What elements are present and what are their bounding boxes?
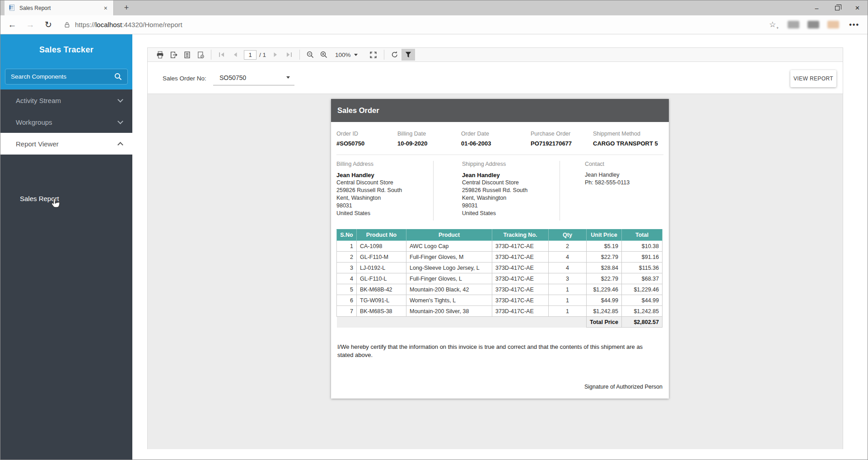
sidebar-item-report-viewer[interactable]: Report Viewer	[0, 133, 132, 155]
sidebar-subitem-sales-report[interactable]: Sales Report	[0, 187, 132, 210]
browser-tab[interactable]: Sales Report ×	[5, 0, 114, 15]
next-page-button[interactable]	[269, 49, 282, 61]
tab-title: Sales Report	[19, 5, 103, 11]
report-title: Sales Order	[337, 106, 379, 115]
report-page-area[interactable]: Sales Order Order ID#SO50750 Billing Dat…	[148, 94, 843, 449]
report-title-band: Sales Order	[331, 99, 669, 122]
search-input[interactable]: Search Components	[11, 73, 114, 80]
app-sidebar: Sales Tracker Search Components Activity…	[0, 34, 132, 460]
restore-icon	[835, 6, 840, 10]
chevron-down-icon	[117, 118, 123, 124]
table-row: 6TG-W091-LWomen's Tights, L373D-417C-AE1…	[337, 295, 663, 306]
total-price-label: Total Price	[587, 317, 622, 328]
favorites-star-icon[interactable]: ☆	[769, 20, 776, 29]
shipping-address: Shipping Address Jean Handley Central Di…	[462, 161, 527, 217]
address-divider	[560, 161, 560, 221]
app-title: Sales Tracker	[0, 45, 132, 55]
zoom-level-value: 100%	[335, 52, 351, 58]
close-button[interactable]: ×	[847, 0, 868, 15]
table-row: 3LJ-0192-LLong-Sleeve Logo Jersey, L373D…	[337, 263, 663, 273]
zoom-out-button[interactable]	[303, 49, 317, 61]
toolbar-separator	[211, 50, 211, 60]
address-divider	[433, 161, 434, 221]
certification-text: I/We hereby certify that the information…	[337, 343, 657, 359]
browser-window: Sales Report × + – × ← → ↻ https://local…	[0, 0, 868, 460]
window-controls: – ×	[807, 0, 868, 15]
table-row: 2GL-F110-MFull-Finger Gloves, M373D-417C…	[337, 252, 663, 263]
fit-to-page-button[interactable]	[367, 49, 380, 61]
previous-page-button[interactable]	[229, 49, 242, 61]
refresh-button[interactable]: ↻	[39, 19, 57, 30]
purchase-order-field: Purchase OrderPO7192170677	[531, 131, 572, 147]
table-row: 1CA-1098AWC Logo Cap373D-417C-AE2$5.19$1…	[337, 241, 663, 252]
table-row: 7BK-M68S-38Mountain-200 Silver, 38373D-4…	[337, 306, 663, 317]
toolbar-separator	[384, 50, 384, 60]
search-icon	[114, 73, 122, 80]
table-row: 4GL-F110-LFull-Finger Gloves, L373D-417C…	[337, 273, 663, 284]
browser-address-bar: ← → ↻ https://localhost:44320/Home/repor…	[0, 15, 868, 34]
print-button[interactable]	[153, 49, 167, 61]
extension-icon[interactable]	[807, 21, 819, 28]
zoom-in-button[interactable]	[317, 49, 331, 61]
sales-order-dropdown[interactable]: SO50750	[213, 70, 294, 85]
back-button[interactable]: ←	[3, 20, 21, 30]
mouse-cursor-hand	[50, 198, 61, 210]
order-date-field: Order Date01-06-2003	[461, 131, 491, 147]
page-total-label: / 1	[259, 52, 266, 58]
report-page: Sales Order Order ID#SO50750 Billing Dat…	[331, 99, 669, 399]
sidebar-item-activity-stream[interactable]: Activity Stream	[0, 89, 132, 111]
shipment-method-field: Shippment MethodCARGO TRANSPORT 5	[593, 131, 658, 147]
url-text: https://localhost:44320/Home/report	[75, 21, 182, 28]
table-row: 5BK-M68B-42Mountain-200 Black, 42373D-41…	[337, 284, 663, 295]
page-number-input[interactable]	[244, 50, 257, 60]
last-page-button[interactable]	[282, 49, 296, 61]
parameters-filter-button[interactable]	[401, 49, 415, 61]
order-id-field: Order ID#SO50750	[336, 131, 364, 147]
zoom-dropdown-caret-icon[interactable]	[354, 54, 358, 56]
billing-address: Billing Address Jean Handley Central Dis…	[336, 161, 402, 217]
page-setup-button[interactable]	[180, 49, 194, 61]
print-layout-button[interactable]	[194, 49, 207, 61]
total-price-value: $2,802.57	[622, 317, 663, 328]
minimize-button[interactable]: –	[807, 0, 827, 15]
search-components-box[interactable]: Search Components	[5, 69, 128, 84]
table-total-row: Total Price $2,802.57	[337, 317, 663, 328]
chevron-up-icon	[117, 142, 123, 148]
forward-button[interactable]: →	[21, 20, 39, 30]
toolbar-separator	[299, 50, 300, 60]
browser-menu-icon[interactable]: •••	[849, 21, 859, 29]
main-content: / 1 100%	[132, 34, 868, 460]
browser-tab-bar: Sales Report × + – ×	[0, 0, 868, 15]
restore-button[interactable]	[827, 0, 847, 15]
chevron-down-icon	[117, 97, 123, 103]
report-viewer: / 1 100%	[147, 47, 843, 449]
filter-funnel-icon	[405, 51, 412, 58]
billing-date-field: Billing Date10-09-2020	[397, 131, 428, 147]
order-info-section: Order ID#SO50750 Billing Date10-09-2020 …	[336, 131, 663, 155]
lock-icon	[64, 21, 70, 28]
order-items-table: S.NoProduct NoProductTracking No.QtyUnit…	[336, 229, 663, 328]
table-header-row: S.NoProduct NoProductTracking No.QtyUnit…	[337, 230, 663, 241]
first-page-button[interactable]	[215, 49, 229, 61]
sidebar-header: Sales Tracker Search Components	[0, 34, 132, 89]
contact-info: Contact Jean Handley Ph: 582-555-0113	[585, 161, 630, 187]
refresh-report-button[interactable]	[388, 49, 401, 61]
export-button[interactable]	[167, 49, 180, 61]
addresses-section: Billing Address Jean Handley Central Dis…	[331, 159, 669, 222]
parameter-panel: Sales Order No: SO50750 VIEW REPORT	[148, 62, 843, 94]
url-field[interactable]: https://localhost:44320/Home/report	[64, 21, 769, 28]
viewer-toolbar: / 1 100%	[148, 48, 843, 62]
signature-label: Signature of Authorized Person	[584, 384, 663, 390]
sidebar-item-workgroups[interactable]: Workgroups	[0, 111, 132, 133]
view-report-button[interactable]: VIEW REPORT	[790, 70, 836, 87]
new-tab-button[interactable]: +	[119, 0, 134, 15]
favicon-document-icon	[9, 5, 15, 11]
sales-order-label: Sales Order No:	[163, 75, 206, 82]
extension-icon[interactable]	[788, 21, 799, 28]
tab-close-icon[interactable]: ×	[103, 5, 109, 12]
dropdown-caret-icon	[286, 76, 290, 79]
extension-icon[interactable]	[827, 21, 839, 28]
